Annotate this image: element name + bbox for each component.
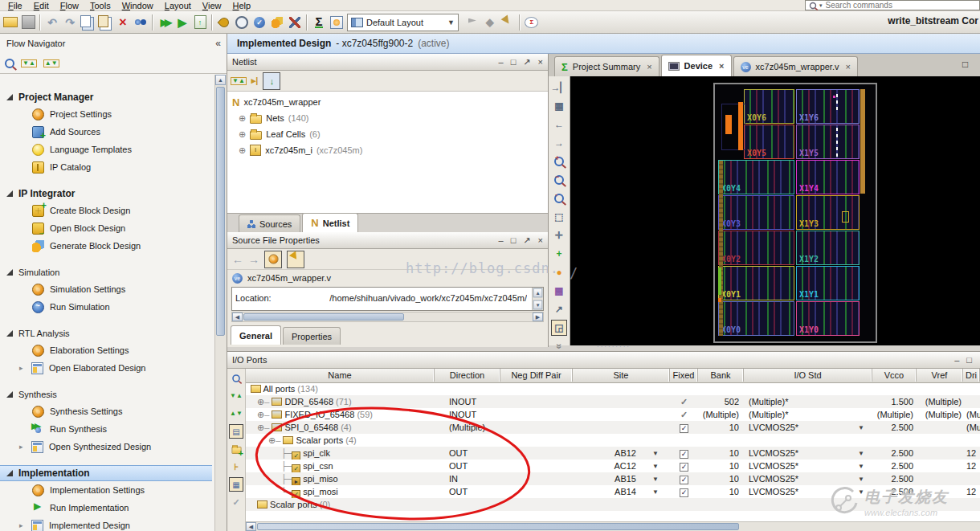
reports-sigma-icon[interactable]: Σ (310, 14, 328, 31)
maximize-icon[interactable]: □ (962, 59, 968, 70)
run-all-icon[interactable]: ▶▶ (156, 14, 174, 31)
maximize-icon[interactable]: □ (511, 57, 517, 67)
clock-region-X0Y1[interactable]: X0Y1 (718, 266, 794, 300)
paste-icon[interactable] (96, 14, 114, 31)
pin-icon[interactable]: ▸| (251, 76, 259, 86)
flow-item-implemented-design[interactable]: ▸Implemented Design (0, 517, 214, 531)
fpga-die[interactable]: X0Y6X1Y6X0Y5X1Y5X0Y4X1Y4X0Y3X1Y3X0Y2X1Y2… (713, 83, 877, 343)
maximize-icon[interactable]: □ (511, 235, 517, 245)
clock-region-X0Y6[interactable]: X0Y6 (744, 89, 794, 124)
constraints-icon[interactable] (215, 14, 233, 31)
chevron-down-icon[interactable]: ▼ (858, 447, 864, 460)
gear-icon[interactable] (264, 251, 282, 268)
expand-arrow-icon[interactable]: ▸ (19, 521, 26, 529)
minimize-icon[interactable]: – (499, 235, 504, 245)
fixed-checkbox[interactable]: ✓ (680, 488, 688, 497)
close-icon[interactable]: × (538, 57, 543, 67)
collapse-hourglass-icon[interactable]: ▼▲ (231, 77, 247, 85)
close-icon[interactable]: × (719, 61, 724, 71)
menu-edit[interactable]: Edit (29, 1, 54, 10)
fixed-cell[interactable]: ✓ (670, 447, 698, 460)
io-row-spi_clk[interactable]: ├─✓ spi_clkOUTAB12▼✓10LVCMOS25*▼2.50012 (246, 447, 980, 460)
fit-selection-icon[interactable]: ✛ (551, 227, 567, 243)
io-table-hscrollbar[interactable]: ◀ (246, 521, 980, 531)
scroll-down-button[interactable]: ▼ (533, 300, 543, 310)
io-row-spi_0_65468[interactable]: ⊕– SPI_0_65468 (4)(Multiple)✓10LVCMOS25*… (246, 421, 980, 434)
timing-icon[interactable] (233, 14, 251, 31)
section-expander-icon[interactable] (6, 391, 13, 398)
flow-navigator-scrollbar[interactable]: ▲ (214, 75, 227, 531)
select-area-icon[interactable]: ⬚ (551, 209, 567, 225)
write-bitstream-icon[interactable]: ↑ (191, 14, 209, 31)
chevron-down-icon[interactable]: ▼ (652, 473, 659, 486)
tab-sources[interactable]: Sources (239, 214, 300, 232)
scroll-up-button[interactable]: ▲ (215, 75, 226, 85)
maximize-icon[interactable]: □ (966, 355, 972, 365)
section-expander-icon[interactable] (6, 269, 13, 276)
clock-region-X1Y3[interactable]: X1Y3 (796, 195, 860, 230)
device-view[interactable]: →▏▦←→+−▫⬚✛+●▩↗◲» X0Y6X1Y6X0Y5X1Y5X0Y4X1Y… (549, 76, 980, 345)
menu-layout[interactable]: Layout (160, 1, 196, 10)
tree-expander-icon[interactable]: ⊕ (268, 435, 276, 446)
routing-icon[interactable]: ▩ (551, 283, 567, 299)
collapse-panel-button[interactable]: « (215, 38, 221, 49)
flow-section-project-manager[interactable]: Project Manager (0, 89, 214, 105)
flow-item-add-sources[interactable]: Add Sources (0, 123, 214, 141)
chevron-down-icon[interactable]: ▼ (858, 460, 864, 473)
io-row-scalar-ports[interactable]: ⊕– Scalar ports (4) (246, 434, 980, 447)
flow-item-run-synthesis[interactable]: Run Synthesis (0, 420, 214, 438)
clock-region-X0Y0[interactable]: X0Y0 (718, 301, 794, 336)
search-icon[interactable] (5, 59, 14, 68)
zoom-in-icon[interactable]: + (551, 153, 567, 170)
scroll-right-button[interactable]: ▶ (533, 312, 543, 321)
expand-all-icon[interactable]: ▲▼ (43, 59, 59, 67)
flow-section-ip-integrator[interactable]: IP Integrator (0, 186, 214, 202)
find-icon[interactable] (132, 14, 149, 31)
menu-help[interactable]: Help (228, 1, 256, 10)
column-header-neg-diff-pair[interactable]: Neg Diff Pair (500, 369, 573, 382)
doc-tab-project-summary[interactable]: ΣProject Summary× (554, 56, 659, 76)
table-view-icon[interactable]: ▦ (229, 477, 243, 492)
collapse-all-icon[interactable]: ▼▲ (21, 59, 37, 67)
clock-region-X1Y1[interactable]: X1Y1 (796, 266, 860, 300)
chevron-down-icon[interactable]: ▼ (858, 422, 864, 435)
column-header-dri[interactable]: Dri (963, 369, 980, 382)
scroll-up-button[interactable]: ▲ (533, 288, 543, 298)
site-cell[interactable]: AB15▼ (573, 472, 670, 485)
open-project-icon[interactable] (2, 14, 19, 31)
column-header-direction[interactable]: Direction (435, 369, 500, 382)
tools-icon[interactable] (286, 14, 304, 31)
iostd-cell[interactable]: LVCMOS25*▼ (744, 460, 872, 472)
redo-icon[interactable]: ↷ (61, 14, 79, 31)
close-icon[interactable]: × (538, 235, 543, 245)
connect-icon[interactable]: ⊦ (229, 460, 243, 474)
chevron-down-icon[interactable]: ▼ (652, 486, 659, 499)
flow-item-generate-block-design[interactable]: Generate Block Design (0, 237, 214, 255)
column-header-vref[interactable]: Vref (917, 369, 963, 382)
menu-tools[interactable]: Tools (85, 1, 116, 10)
scrollbar-thumb[interactable] (257, 523, 739, 530)
column-header-fixed[interactable]: Fixed (670, 369, 698, 382)
chevron-down-icon[interactable]: ▼ (652, 447, 659, 460)
expand-all-icon[interactable]: ▲▼ (229, 406, 243, 421)
tree-expander-icon[interactable]: ⊕ (257, 397, 264, 407)
fixed-checkbox[interactable]: ✓ (680, 424, 688, 433)
flow-item-create-block-design[interactable]: Create Block Design (0, 202, 214, 219)
save-icon[interactable] (19, 14, 37, 31)
float-icon[interactable]: ↗ (523, 57, 530, 67)
column-header-bank[interactable]: Bank (698, 369, 744, 382)
run-icon[interactable]: ▶ (174, 14, 191, 31)
column-header-vcco[interactable]: Vcco (872, 369, 917, 382)
site-cell[interactable]: AB12▼ (573, 447, 670, 460)
autofit-icon[interactable]: ↗ (551, 301, 567, 317)
iostd-cell[interactable]: LVCMOS25*▼ (744, 421, 872, 434)
tree-expander-icon[interactable]: ⊕ (257, 423, 264, 433)
copy-icon[interactable] (79, 14, 96, 31)
cursor-icon[interactable] (287, 251, 304, 268)
fixed-checkbox[interactable]: ✓ (680, 476, 688, 484)
zoom-out-icon[interactable]: − (551, 172, 567, 188)
splitter-handle[interactable]: ········· (597, 343, 631, 350)
fixed-cell[interactable]: ✓ (670, 421, 698, 434)
fixed-checkbox[interactable]: ✓ (680, 463, 688, 472)
clock-region-X0Y4[interactable]: X0Y4 (718, 160, 794, 194)
